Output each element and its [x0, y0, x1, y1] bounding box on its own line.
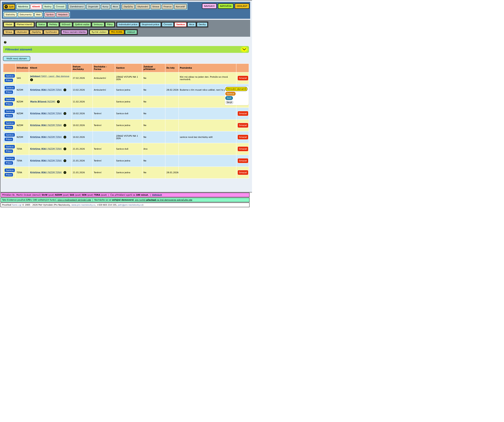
tool-item-prehled-klientu[interactable]: Přehled klientů	[15, 22, 34, 27]
demo-switch-link[interactable]: pro rychlý přechod na jiné demoverze pok…	[135, 199, 192, 201]
client-info-icon[interactable]: i	[64, 88, 66, 91]
row-prace-button[interactable]: Práce	[4, 78, 13, 82]
tool-item-skupinova-prace[interactable]: Skupinová práce	[140, 22, 161, 27]
client-link[interactable]: Kristýna (Kiki) [NZDM TERA]	[30, 159, 62, 162]
row-smazat-button[interactable]: Smazat	[237, 146, 248, 152]
row-smazat-button[interactable]: Smazat	[237, 111, 248, 116]
row-prace-button[interactable]: Práce	[4, 161, 13, 165]
nav-item-akce[interactable]: Akce	[111, 4, 120, 9]
client-info-icon[interactable]: i	[64, 124, 66, 127]
nav-item-sprava[interactable]: Správa	[44, 12, 55, 17]
row-sankce-button[interactable]: Sankce	[4, 145, 15, 149]
email-link[interactable]: petr@pro-neziskovky.cz	[118, 204, 142, 206]
website-link[interactable]: www.pro-neziskovky.cz	[72, 204, 95, 206]
tool-item-zapujcky[interactable]: Zápůjčky	[30, 30, 43, 34]
tool-item-vyuctovani[interactable]: Vyúčtování	[44, 30, 59, 34]
tool-item-status[interactable]: Status	[36, 22, 47, 27]
nav-item-kurzy[interactable]: Kurzy	[101, 4, 110, 9]
odhlasit-button[interactable]: ODHLÁSIT	[235, 3, 249, 9]
context-menu-item-dolu[interactable]: Dolů	[225, 96, 233, 100]
nav-item-organizer[interactable]: Organizér	[86, 4, 100, 9]
row-smazat-button[interactable]: Smazat	[237, 170, 248, 175]
environment-link[interactable]: Sonic.cgi	[12, 204, 22, 206]
nav-item-finance[interactable]: Finance	[162, 4, 173, 9]
row-prace-button[interactable]: Práce	[4, 137, 13, 141]
tool-item-sankce-active[interactable]: Sankce	[174, 22, 186, 27]
filter-records-bar[interactable]: Filtrování záznamů	[3, 46, 249, 53]
tool-item-cinnosti[interactable]: Činnosti	[162, 22, 174, 27]
nav-item-kancelar[interactable]: Kancelář	[174, 4, 187, 9]
client-link[interactable]: Kristýna (Kiki) [NZDM TERA]	[30, 124, 62, 126]
row-smazat-button[interactable]: Smazat	[237, 135, 248, 140]
row-smazat-button[interactable]: Smazat	[237, 123, 248, 128]
navigace-button[interactable]: NAVIGACE	[202, 3, 217, 9]
nav-item-web[interactable]: Web	[34, 12, 42, 17]
tool-item-udalosti[interactable]: Události	[125, 30, 137, 34]
tool-item-hledat[interactable]: Hledat	[4, 22, 14, 27]
logout-link[interactable]: Odhlásit	[152, 194, 162, 196]
client-info-icon[interactable]: i	[30, 78, 33, 81]
row-smazat-button[interactable]: Smazat	[237, 158, 248, 163]
row-prace-button[interactable]: Práce	[4, 114, 13, 118]
tool-item-individualni-prace[interactable]: Individuální práce	[117, 22, 139, 27]
nav-item-rodiny[interactable]: Rodiny	[43, 4, 53, 9]
context-menu-item-skryt[interactable]: Skrýt	[225, 100, 234, 104]
row-sankce-button[interactable]: Sankce	[4, 133, 15, 137]
client-link[interactable]: Jelínkovi [SAS] - Lesní - Bez domova	[30, 75, 69, 77]
row-prace-button[interactable]: Práce	[4, 102, 13, 106]
client-link[interactable]: Marie Břízová [NZDM]	[30, 100, 55, 103]
nav-item-helpdesk[interactable]: Helpdesk	[56, 12, 69, 17]
client-info-icon[interactable]: i	[64, 112, 66, 115]
tool-item-stiznosti[interactable]: Stížnosti	[60, 22, 72, 27]
tool-item-rychle-vlozeni[interactable]: Rychlé vložení	[90, 30, 108, 34]
nav-item-statistiky[interactable]: Statistiky	[4, 12, 17, 17]
row-sankce-button[interactable]: Sankce	[4, 74, 15, 78]
client-info-icon[interactable]: i	[64, 136, 66, 139]
tool-item-prace-neznam-klienta[interactable]: Práce neznám klienta	[61, 30, 87, 34]
tool-item-smlouvy[interactable]: Smlouvy	[92, 22, 104, 27]
row-prace-button[interactable]: Práce	[4, 125, 13, 129]
nav-item-klienti-active[interactable]: Klienti	[30, 4, 42, 9]
tool-item-strava[interactable]: Strava	[4, 30, 14, 34]
tool-item-ubytovani[interactable]: Ubytování	[15, 30, 29, 34]
tool-item-potreby[interactable]: Potřeby	[48, 22, 59, 27]
filter-collapse-button[interactable]	[240, 46, 249, 53]
client-link[interactable]: Kristýna (Kiki) [NZDM TERA]	[30, 88, 62, 91]
row-prace-button[interactable]: Práce	[4, 149, 13, 153]
row-sankce-button[interactable]: Sankce	[4, 97, 15, 101]
nav-item-ubytovani[interactable]: Ubytování	[136, 4, 150, 9]
client-info-icon[interactable]: i	[64, 159, 66, 162]
client-info-icon[interactable]: i	[57, 100, 60, 103]
back-button[interactable]: Zpět	[3, 4, 15, 9]
client-info-icon[interactable]: i	[64, 147, 66, 150]
client-link[interactable]: Kristýna (Kiki) [NZDM TERA]	[30, 171, 62, 174]
nav-item-cinnosti[interactable]: Činnosti	[54, 4, 66, 9]
nav-item-dokumenty[interactable]: Dokumenty	[18, 12, 33, 17]
nav-item-zapujcky[interactable]: Zápůjčky	[122, 4, 135, 9]
tool-item-pro-roma[interactable]: PRO-ROMA	[109, 30, 124, 34]
nav-item-nastenka[interactable]: Nástěnka	[16, 4, 30, 9]
client-link[interactable]: Kristýna (Kiki) [NZDM TERA]	[30, 112, 62, 115]
tool-item-deniky[interactable]: Deníky	[197, 22, 208, 27]
nav-item-strava[interactable]: Strava	[151, 4, 161, 9]
context-menu-item-sankce[interactable]: Sankce	[225, 92, 236, 96]
nav-item-zamestnanci[interactable]: Zaměstnanci	[68, 4, 85, 9]
tool-item-zpetna-vazba[interactable]: Zpětná vazba	[73, 22, 91, 27]
tool-item-akce[interactable]: Akce	[187, 22, 196, 27]
tool-item-plany[interactable]: Plány	[105, 22, 114, 27]
row-sankce-button[interactable]: Sankce	[4, 168, 15, 172]
client-info-icon[interactable]: i	[64, 171, 66, 174]
client-link[interactable]: Kristýna (Kiki) [NZDM TERA]	[30, 136, 62, 138]
hide-options-link[interactable]: více o možnostech skrývání zde	[58, 199, 91, 201]
context-menu-item-filtrovani[interactable]: Filtrování záznamů	[225, 87, 247, 91]
napoveda-button[interactable]: NÁPOVĚDA	[218, 3, 234, 9]
client-link[interactable]: Kristýna (Kiki) [NZDM TERA]	[30, 147, 62, 150]
row-sankce-button[interactable]: Sankce	[4, 121, 15, 125]
help-icon[interactable]: ?	[4, 41, 6, 44]
row-sankce-button[interactable]: Sankce	[4, 156, 15, 160]
row-smazat-button[interactable]: Smazat	[237, 76, 248, 81]
row-sankce-button[interactable]: Sankce	[4, 109, 15, 113]
row-sankce-button[interactable]: Sankce	[4, 86, 15, 90]
insert-new-record-button[interactable]: Vložit nový záznam	[3, 56, 30, 61]
row-prace-button[interactable]: Práce	[4, 173, 13, 177]
